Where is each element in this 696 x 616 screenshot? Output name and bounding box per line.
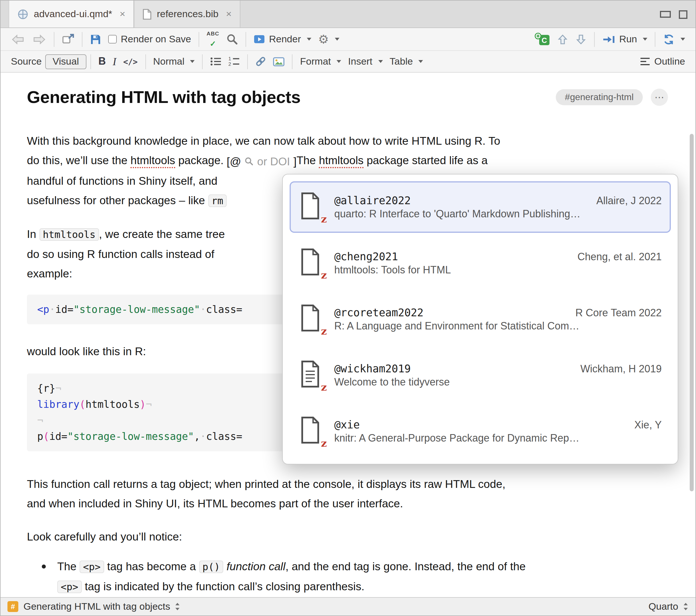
chevron-down-icon: [378, 60, 383, 63]
save-icon[interactable]: [86, 32, 105, 47]
citation-title: R: A Language and Environment for Statis…: [334, 320, 579, 331]
updown-icon[interactable]: [175, 602, 180, 611]
visual-mode-button[interactable]: Visual: [45, 54, 86, 69]
citation-item-rcoreteam2022[interactable]: z @rcoreteam2022 R Core Team 2022 R: A L…: [290, 293, 671, 345]
zotero-badge: z: [321, 325, 327, 337]
svg-text:2: 2: [229, 62, 231, 66]
link-icon[interactable]: [252, 54, 270, 69]
spellcheck-icon[interactable]: ABC ✓: [203, 30, 223, 49]
rstudio-source-pane: advanced-ui.qmd* × references.bib ×: [0, 0, 696, 616]
code-token: ): [140, 399, 146, 410]
citation-autocomplete-input[interactable]: [@or DOI]: [227, 151, 297, 171]
zotero-document-icon: z: [299, 304, 324, 335]
render-on-save-label: Render on Save: [121, 33, 191, 45]
citation-author: Cheng, et al. 2021: [571, 251, 662, 263]
text-run: The: [297, 154, 319, 166]
paragraph-look: Look carefully and you’ll notice:: [27, 527, 668, 546]
bullet-list-button[interactable]: [207, 55, 225, 68]
chevron-down-button[interactable]: [572, 32, 590, 47]
chevron-down-icon[interactable]: [643, 38, 647, 40]
text-run: handful of functions in Shiny itself, an…: [27, 175, 218, 187]
section-navigator[interactable]: Generating HTML with tag objects: [23, 601, 170, 612]
forward-icon[interactable]: [29, 32, 50, 47]
page-title: Generating HTML with tag objects: [27, 87, 556, 107]
render-on-save-checkbox[interactable]: [108, 35, 117, 44]
code-token: id=: [49, 431, 67, 442]
list-item: The <p> tag has become a p() function ca…: [27, 556, 668, 597]
window-maximize-icon[interactable]: [679, 10, 687, 19]
misspelled-word: htmltools: [130, 154, 175, 166]
render-button[interactable]: Render: [250, 32, 315, 47]
emphasized-text: function call: [227, 560, 286, 572]
chevron-down-icon: [681, 38, 685, 40]
chevron-down-icon[interactable]: [306, 38, 311, 40]
citation-item-wickham2019[interactable]: z @wickham2019 Wickham, H 2019 Welcome t…: [290, 350, 671, 401]
format-menu[interactable]: Format: [297, 54, 345, 69]
render-on-save-toggle[interactable]: Render on Save: [105, 32, 195, 47]
document-mode-selector[interactable]: Quarto: [648, 601, 678, 612]
insert-menu[interactable]: Insert: [345, 54, 386, 69]
tab-close-icon[interactable]: ×: [226, 8, 232, 20]
section-menu-button[interactable]: ⋯: [651, 88, 668, 106]
text-run: package started life as a: [363, 154, 488, 166]
zotero-badge: z: [321, 213, 327, 225]
bold-button[interactable]: B: [95, 54, 109, 69]
paragraph-style-dropdown[interactable]: Normal: [150, 54, 198, 69]
popout-icon[interactable]: [58, 32, 78, 46]
render-options-button[interactable]: ⚙: [315, 31, 343, 47]
code-button[interactable]: </>: [120, 55, 141, 68]
source-mode-button[interactable]: Source: [7, 54, 45, 69]
text-run: [@: [227, 151, 241, 171]
inline-code: p(): [199, 561, 223, 573]
text-run: This function call returns a tag object;…: [27, 477, 505, 490]
sync-icon: [663, 33, 675, 45]
tab-references-bib[interactable]: references.bib ×: [134, 1, 240, 28]
bullet-marker: [42, 565, 46, 569]
code-token: class=: [206, 431, 242, 442]
heading-row: Generating HTML with tag objects #genera…: [27, 87, 668, 107]
run-icon: [602, 35, 615, 44]
svg-text:C: C: [541, 36, 547, 44]
text-run: Look carefully and you’ll notice:: [27, 530, 182, 543]
code-token: library: [37, 399, 80, 410]
code-token: <p: [37, 304, 49, 315]
image-icon[interactable]: [270, 55, 288, 68]
citation-placeholder: or DOI: [257, 151, 290, 171]
quarto-file-icon: [17, 8, 29, 20]
file-icon: [143, 8, 152, 20]
code-token: htmltools: [85, 399, 140, 410]
visual-editor-canvas[interactable]: Generating HTML with tag objects #genera…: [1, 72, 695, 598]
citation-title: knitr: A General-Purpose Package for Dyn…: [334, 432, 579, 443]
italic-button[interactable]: I: [109, 53, 120, 69]
table-menu[interactable]: Table: [386, 54, 426, 69]
search-icon[interactable]: [223, 31, 241, 47]
vertical-scrollbar[interactable]: [690, 134, 694, 491]
render-label: Render: [269, 33, 301, 45]
chevron-up-button[interactable]: [553, 32, 572, 47]
updown-icon[interactable]: [683, 602, 689, 611]
tab-advanced-ui-qmd[interactable]: advanced-ui.qmd* ×: [9, 1, 134, 28]
outline-icon: [640, 57, 650, 66]
search-icon: [245, 157, 254, 166]
outline-toggle[interactable]: Outline: [636, 54, 689, 69]
citation-item-cheng2021[interactable]: z @cheng2021 Cheng, et al. 2021 htmltool…: [290, 237, 671, 289]
citation-item-allaire2022[interactable]: z @allaire2022 Allaire, J 2022 quarto: R…: [290, 181, 671, 233]
tab-label: references.bib: [157, 8, 218, 20]
back-icon[interactable]: [7, 32, 29, 47]
chevron-down-icon: [334, 38, 339, 40]
window-minimize-icon[interactable]: [660, 11, 671, 18]
insert-chunk-button[interactable]: C: [531, 31, 553, 48]
text-run: do so using R function calls instead of: [27, 248, 215, 260]
run-button[interactable]: Run: [599, 32, 651, 47]
source-refresh-button[interactable]: [659, 32, 689, 47]
citation-item-xie[interactable]: z @xie Xie, Y knitr: A General-Purpose P…: [290, 406, 671, 457]
numbered-list-button[interactable]: 12: [225, 55, 243, 68]
tab-close-icon[interactable]: ×: [120, 8, 125, 20]
svg-text:1: 1: [229, 56, 231, 62]
chevron-down-icon: [336, 60, 341, 63]
citation-key: @cheng2021: [334, 250, 398, 262]
inline-code: rm: [208, 194, 227, 207]
text-run: With this background knowledge in place,…: [27, 134, 500, 147]
citation-title: Welcome to the tidyverse: [334, 376, 450, 388]
code-token: {r}: [37, 383, 55, 394]
